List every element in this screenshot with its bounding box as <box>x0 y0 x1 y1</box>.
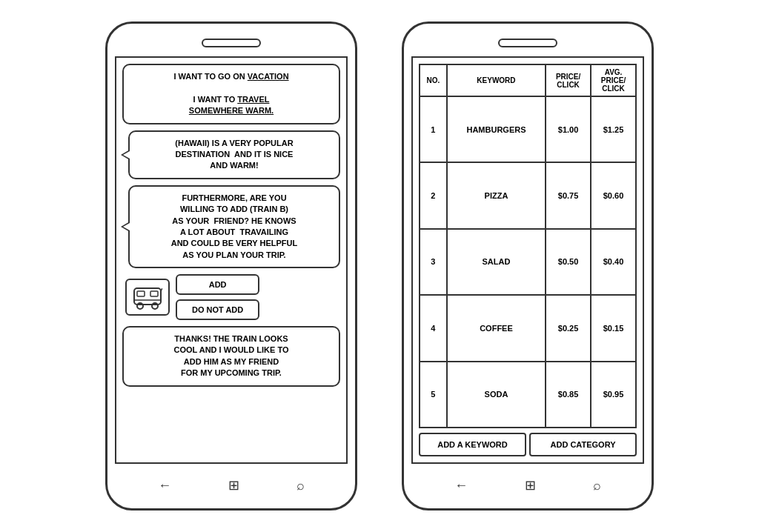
right-phone-nav: ← ⊞ ⌕ <box>411 470 644 501</box>
phones-container: I WANT TO GO ON VACATION I WANT TO TRAVE… <box>0 0 759 532</box>
cell-keyword-1: PIZZA <box>447 162 546 228</box>
train-icon <box>125 279 170 316</box>
cell-avg-4: $0.95 <box>591 362 636 428</box>
cell-no-1: 2 <box>420 162 447 228</box>
cell-price-0: $1.00 <box>546 96 591 162</box>
table-content: NO. KEYWORD PRICE/CLICK AVG.PRICE/CLICK … <box>413 58 643 462</box>
bottom-buttons: ADD A KEYWORD ADD CATEGORY <box>419 433 637 456</box>
col-header-no: NO. <box>420 64 447 96</box>
right-phone-screen: NO. KEYWORD PRICE/CLICK AVG.PRICE/CLICK … <box>411 56 644 464</box>
svg-rect-2 <box>150 291 158 296</box>
action-row: ADD DO NOT ADD <box>122 274 340 320</box>
table-row: 5 SODA $0.85 $0.95 <box>420 362 636 428</box>
col-header-keyword: KEYWORD <box>447 64 546 96</box>
keyword-table: NO. KEYWORD PRICE/CLICK AVG.PRICE/CLICK … <box>419 64 637 428</box>
cell-keyword-2: SALAD <box>447 229 546 295</box>
chat-message-1: I WANT TO GO ON VACATION I WANT TO TRAVE… <box>122 64 340 124</box>
svg-rect-1 <box>137 291 145 296</box>
cell-price-1: $0.75 <box>546 162 591 228</box>
col-header-price: PRICE/CLICK <box>546 64 591 96</box>
col-header-avg: AVG.PRICE/CLICK <box>591 64 636 96</box>
table-row: 3 SALAD $0.50 $0.40 <box>420 229 636 295</box>
cell-price-3: $0.25 <box>546 295 591 361</box>
back-icon-left[interactable]: ← <box>158 478 171 493</box>
chat-message-4: THANKS! THE TRAIN LOOKSCOOL AND I WOULD … <box>122 326 340 387</box>
cell-price-2: $0.50 <box>546 229 591 295</box>
add-keyword-button[interactable]: ADD A KEYWORD <box>419 433 526 456</box>
left-phone: I WANT TO GO ON VACATION I WANT TO TRAVE… <box>105 21 357 511</box>
add-category-button[interactable]: ADD CATEGORY <box>529 433 637 456</box>
action-buttons: ADD DO NOT ADD <box>176 274 259 320</box>
cell-no-0: 1 <box>420 96 447 162</box>
cell-avg-2: $0.40 <box>591 229 636 295</box>
left-phone-nav: ← ⊞ ⌕ <box>115 470 348 501</box>
cell-no-3: 4 <box>420 295 447 361</box>
right-phone: NO. KEYWORD PRICE/CLICK AVG.PRICE/CLICK … <box>402 21 654 511</box>
search-icon-left[interactable]: ⌕ <box>296 478 305 493</box>
chat-content: I WANT TO GO ON VACATION I WANT TO TRAVE… <box>116 58 346 462</box>
phone-top-bar-right <box>498 39 557 47</box>
chat-message-2: (HAWAII) IS A VERY POPULARDESTINATION AN… <box>128 130 340 179</box>
cell-avg-0: $1.25 <box>591 96 636 162</box>
svg-line-6 <box>161 288 162 291</box>
cell-price-4: $0.85 <box>546 362 591 428</box>
home-icon-left[interactable]: ⊞ <box>228 477 239 493</box>
table-row: 1 HAMBURGERS $1.00 $1.25 <box>420 96 636 162</box>
left-phone-screen: I WANT TO GO ON VACATION I WANT TO TRAVE… <box>115 56 348 464</box>
phone-top-bar-left <box>202 39 261 47</box>
cell-avg-1: $0.60 <box>591 162 636 228</box>
cell-keyword-0: HAMBURGERS <box>447 96 546 162</box>
table-row: 4 COFFEE $0.25 $0.15 <box>420 295 636 361</box>
home-icon-right[interactable]: ⊞ <box>525 477 536 493</box>
cell-keyword-3: COFFEE <box>447 295 546 361</box>
do-not-add-button[interactable]: DO NOT ADD <box>176 299 259 320</box>
table-header-row: NO. KEYWORD PRICE/CLICK AVG.PRICE/CLICK <box>420 64 636 96</box>
back-icon-right[interactable]: ← <box>454 478 468 493</box>
cell-avg-3: $0.15 <box>591 295 636 361</box>
cell-no-4: 5 <box>420 362 447 428</box>
search-icon-right[interactable]: ⌕ <box>593 478 601 493</box>
add-button[interactable]: ADD <box>176 274 259 295</box>
table-row: 2 PIZZA $0.75 $0.60 <box>420 162 636 228</box>
cell-no-2: 3 <box>420 229 447 295</box>
cell-keyword-4: SODA <box>447 362 546 428</box>
chat-message-3: FURTHERMORE, ARE YOUWILLING TO ADD (TRAI… <box>128 185 340 268</box>
